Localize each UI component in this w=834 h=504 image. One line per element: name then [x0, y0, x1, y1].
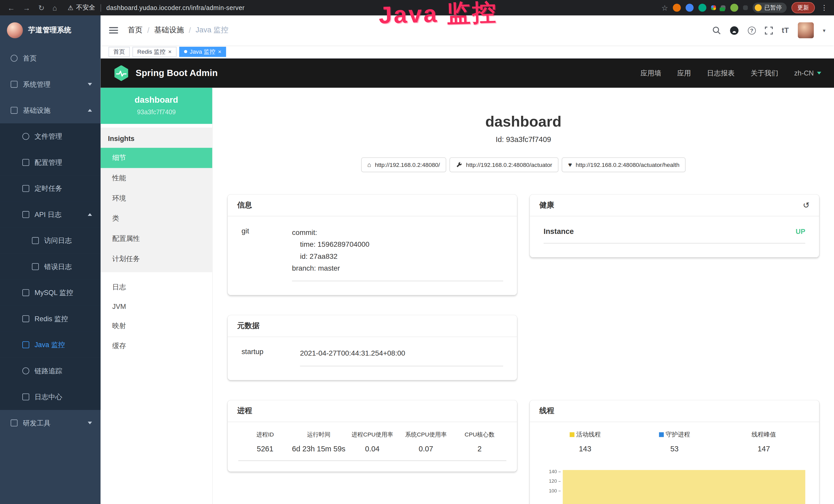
sidebar-item-error-logs[interactable]: 错误日志	[0, 254, 101, 280]
sidebar-item-system[interactable]: 系统管理	[0, 71, 101, 97]
sba-body: dashboard 93a3fc7f7409 Insights 细节 性能 环境…	[101, 88, 834, 504]
git-commit-line: commit:	[292, 227, 503, 239]
sidebar-item-label: 访问日志	[44, 236, 72, 245]
chart-plot-area	[563, 462, 809, 504]
github-icon[interactable]	[730, 26, 739, 35]
caret-down-icon[interactable]: ▾	[823, 27, 825, 33]
health-row[interactable]: Instance UP	[544, 227, 805, 244]
instance-links: ⌂ http://192.168.0.2:48080/ http://192.1…	[227, 157, 819, 172]
home-icon[interactable]: ⌂	[52, 4, 57, 12]
info-row: git commit: time: 1596289704000 id: 27aa…	[241, 227, 503, 281]
fullscreen-icon[interactable]	[765, 26, 773, 35]
screen: ← → ↻ ⌂ ⚠ 不安全 dashboard.yudao.iocoder.cn…	[0, 0, 834, 504]
sba-nav-about[interactable]: 关于我们	[750, 68, 778, 78]
legend-peak-threads: 线程峰值 147	[719, 431, 809, 453]
legend-swatch-blue	[659, 432, 664, 437]
address-bar[interactable]: dashboard.yudao.iocoder.cn/infra/admin-s…	[106, 4, 244, 12]
update-button[interactable]: 更新	[791, 2, 815, 13]
sidebar-item-trace[interactable]: 链路追踪	[0, 358, 101, 384]
chart-y-axis: 140 120 100	[541, 462, 563, 504]
insights-section-label: Insights	[101, 128, 212, 148]
locale-selector[interactable]: zh-CN	[794, 69, 821, 77]
sba-item-metrics[interactable]: 性能	[101, 168, 212, 188]
legend-value: 147	[719, 445, 809, 453]
extension-icon-5[interactable]	[721, 5, 726, 10]
sidebar-item-devtools[interactable]: 研发工具	[0, 410, 101, 436]
process-col-cpu: 进程CPU使用率 0.04	[346, 431, 399, 453]
sba-item-details[interactable]: 细节	[101, 148, 212, 168]
extension-icon-3[interactable]	[698, 4, 706, 12]
extension-icon-7[interactable]	[743, 5, 748, 10]
user-avatar[interactable]	[798, 22, 814, 38]
tab-java-monitor[interactable]: Java 监控 ×	[179, 46, 226, 56]
sidebar-item-access-logs[interactable]: 访问日志	[0, 228, 101, 253]
git-id-line: id: 27aa832	[292, 251, 503, 262]
sidebar-logo[interactable]: 芋道管理系统	[0, 16, 101, 45]
actuator-url-button[interactable]: http://192.168.0.2:48080/actuator	[449, 157, 559, 172]
card-title: 元数据	[237, 321, 260, 331]
legend-label-text: 活动线程	[576, 431, 601, 439]
sidebar-item-log-center[interactable]: 日志中心	[0, 384, 101, 410]
process-table: 进程ID 5261 运行时间 6d 23h 15m 59s 进程CPU使用率	[238, 431, 506, 461]
tab-home[interactable]: 首页	[108, 46, 130, 56]
page-instance-id: Id: 93a3fc7f7409	[227, 135, 819, 143]
history-icon[interactable]: ↺	[803, 201, 810, 210]
sidebar-item-mysql-monitor[interactable]: MySQL 监控	[0, 280, 101, 305]
col-value: 5261	[238, 445, 292, 453]
browser-menu-icon[interactable]: ⋮	[820, 4, 829, 12]
process-col-uptime: 运行时间 6d 23h 15m 59s	[292, 431, 346, 453]
extension-icon-2[interactable]	[685, 4, 694, 12]
paused-badge[interactable]: 已暂停	[752, 3, 787, 13]
font-size-icon[interactable]: tT	[782, 26, 789, 35]
sidebar-item-java-monitor[interactable]: Java 监控	[0, 332, 101, 358]
service-url-button[interactable]: ⌂ http://192.168.0.2:48080/	[361, 157, 446, 172]
health-url-button[interactable]: ♥ http://192.168.0.2:48080/actuator/heal…	[562, 157, 686, 172]
sba-item-jvm[interactable]: JVM	[101, 297, 212, 316]
back-icon[interactable]: ←	[7, 4, 15, 12]
sba-item-environment[interactable]: 环境	[101, 188, 212, 208]
logo-avatar	[7, 22, 23, 38]
redis-icon	[22, 315, 29, 322]
monitor-icon	[10, 107, 18, 114]
sba-item-logs[interactable]: 日志	[101, 277, 212, 297]
sidebar-item-file-management[interactable]: 文件管理	[0, 123, 101, 149]
sba-item-classes[interactable]: 类	[101, 208, 212, 229]
sidebar-item-label: 日志中心	[35, 392, 62, 402]
forward-icon[interactable]: →	[23, 4, 30, 12]
sba-nav-applications[interactable]: 应用	[677, 68, 691, 78]
sidebar-item-label: 错误日志	[44, 262, 72, 271]
breadcrumb-home[interactable]: 首页	[128, 25, 142, 35]
extension-icon-6[interactable]	[730, 4, 738, 12]
hamburger-icon[interactable]	[109, 27, 118, 33]
search-icon[interactable]	[712, 26, 721, 35]
edit-icon	[22, 159, 29, 166]
process-col-syscpu: 系统CPU使用率 0.07	[399, 431, 453, 453]
sidebar-item-api-logs[interactable]: API 日志	[0, 202, 101, 228]
sidebar-item-infrastructure[interactable]: 基础设施	[0, 97, 101, 123]
sba-item-scheduled[interactable]: 计划任务	[101, 249, 212, 269]
sba-item-config-props[interactable]: 配置属性	[101, 229, 212, 249]
security-indicator[interactable]: ⚠ 不安全	[68, 3, 95, 12]
tab-redis-monitor[interactable]: Redis 监控 ×	[133, 46, 176, 56]
annotation-java-monitor: Java 监控	[378, 0, 498, 31]
extension-icon-1[interactable]	[673, 4, 681, 12]
legend-label-text: 守护进程	[666, 431, 690, 439]
close-icon[interactable]: ×	[218, 48, 221, 54]
sba-nav-journal[interactable]: 日志报表	[707, 68, 734, 78]
sidebar-item-home[interactable]: 首页	[0, 45, 101, 71]
breadcrumb-infrastructure[interactable]: 基础设施	[154, 25, 184, 35]
sba-nav-wall[interactable]: 应用墙	[641, 68, 661, 78]
threads-card-header: 线程	[530, 400, 819, 422]
extension-icon-4[interactable]	[711, 5, 716, 10]
sidebar-item-redis-monitor[interactable]: Redis 监控	[0, 306, 101, 332]
sba-item-mappings[interactable]: 映射	[101, 316, 212, 336]
close-icon[interactable]: ×	[168, 48, 172, 54]
sidebar-item-config-management[interactable]: 配置管理	[0, 150, 101, 175]
bookmark-star-icon[interactable]: ☆	[661, 3, 668, 12]
refresh-icon[interactable]: ↻	[38, 4, 44, 12]
sba-item-caches[interactable]: 缓存	[101, 336, 212, 357]
process-col-cores: CPU核心数 2	[453, 431, 506, 453]
sidebar-item-scheduled-tasks[interactable]: 定时任务	[0, 175, 101, 201]
help-icon[interactable]: ?	[748, 26, 756, 35]
legend-daemon-threads: 守护进程 53	[630, 431, 719, 453]
